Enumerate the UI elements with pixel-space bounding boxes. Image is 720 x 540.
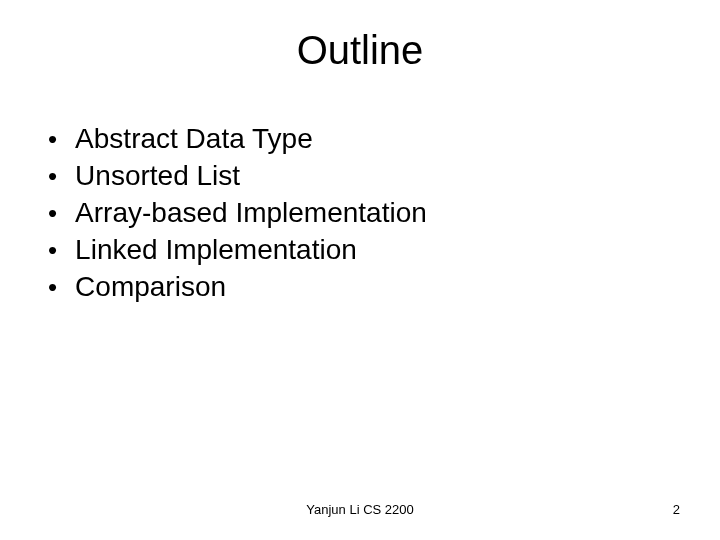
bullet-list: • Abstract Data Type • Unsorted List • A… [48, 123, 720, 303]
bullet-text: Unsorted List [75, 160, 240, 192]
list-item: • Abstract Data Type [48, 123, 720, 155]
list-item: • Array-based Implementation [48, 197, 720, 229]
list-item: • Comparison [48, 271, 720, 303]
bullet-text: Abstract Data Type [75, 123, 313, 155]
bullet-text: Comparison [75, 271, 226, 303]
footer-author: Yanjun Li CS 2200 [306, 502, 413, 517]
bullet-text: Linked Implementation [75, 234, 357, 266]
list-item: • Unsorted List [48, 160, 720, 192]
bullet-text: Array-based Implementation [75, 197, 427, 229]
bullet-icon: • [48, 272, 57, 303]
bullet-icon: • [48, 124, 57, 155]
bullet-icon: • [48, 235, 57, 266]
bullet-icon: • [48, 161, 57, 192]
page-number: 2 [673, 502, 680, 517]
bullet-icon: • [48, 198, 57, 229]
list-item: • Linked Implementation [48, 234, 720, 266]
page-title: Outline [0, 28, 720, 73]
